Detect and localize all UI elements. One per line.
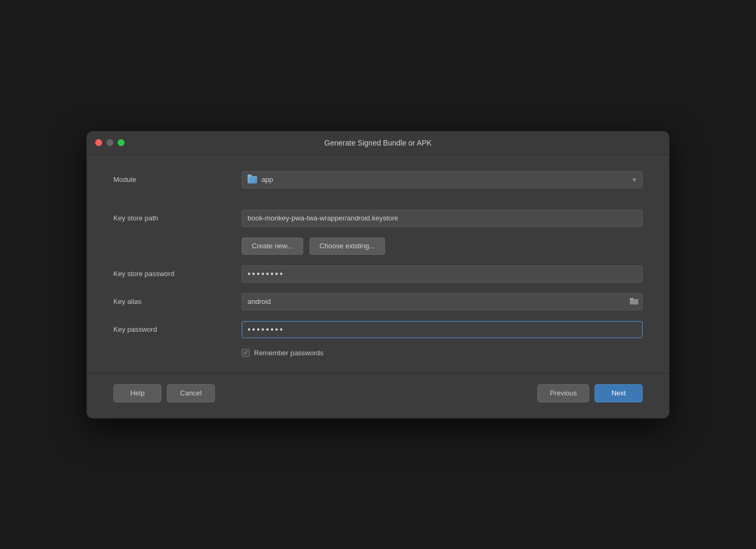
key-password-label: Key password [113,325,242,333]
key-alias-input[interactable] [242,293,643,310]
maximize-button[interactable] [118,139,125,146]
footer-right: Previous Next [537,384,643,402]
key-store-password-label: Key store password [113,270,242,278]
module-select[interactable]: app [242,171,643,188]
footer-left: Help Cancel [113,384,215,402]
remember-passwords-checkbox[interactable]: ✓ [242,349,250,357]
dialog-window: Generate Signed Bundle or APK Module app… [87,131,669,418]
module-folder-icon [248,176,257,184]
remember-passwords-label: Remember passwords [254,349,323,357]
previous-button[interactable]: Previous [537,384,589,402]
dialog-title: Generate Signed Bundle or APK [325,139,432,147]
divider [87,373,669,373]
folder-icon [630,298,638,304]
dialog-content: Module app ▼ Key [87,155,669,418]
next-button[interactable]: Next [595,384,643,402]
key-alias-label: Key alias [113,298,242,306]
key-store-password-field [242,265,643,283]
choose-existing-button[interactable]: Choose existing... [310,238,385,255]
spacer-1 [113,199,643,210]
key-alias-row: Key alias [113,293,643,310]
help-button[interactable]: Help [113,384,161,402]
title-bar: Generate Signed Bundle or APK [87,131,669,155]
module-select-value: app [261,176,273,184]
checkbox-checkmark: ✓ [243,349,248,356]
module-row: Module app ▼ [113,171,643,188]
key-store-path-label: Key store path [113,214,242,222]
alias-folder-button[interactable] [629,296,639,307]
key-store-path-row: Key store path [113,210,643,227]
key-store-password-row: Key store password [113,265,643,283]
module-label: Module [113,176,242,184]
create-new-button[interactable]: Create new... [242,238,303,255]
key-store-path-field [242,210,643,227]
close-button[interactable] [95,139,102,146]
key-store-password-input[interactable] [242,265,643,283]
desktop: Generate Signed Bundle or APK Module app… [0,0,756,549]
key-store-path-input[interactable] [242,210,643,227]
window-controls [95,139,125,146]
key-alias-field [242,293,643,310]
module-folder-inner [250,177,255,182]
key-password-input[interactable] [242,321,643,338]
cancel-button[interactable]: Cancel [167,384,215,402]
module-field: app ▼ [242,171,643,188]
alias-input-wrapper [242,293,643,310]
remember-passwords-row: ✓ Remember passwords [113,349,643,357]
module-select-wrapper: app ▼ [242,171,643,188]
minimize-button[interactable] [106,139,113,146]
action-buttons: Create new... Choose existing... [242,238,385,255]
footer-row: Help Cancel Previous Next [113,384,643,402]
keystore-action-row: Create new... Choose existing... [113,238,643,255]
svg-rect-1 [630,298,634,300]
key-password-field [242,321,643,338]
key-password-row: Key password [113,321,643,338]
